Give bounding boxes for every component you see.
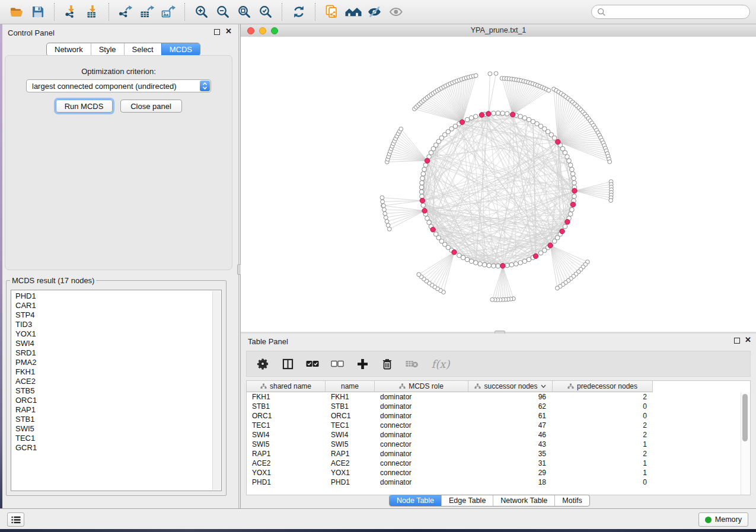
graph-node[interactable] <box>570 207 575 212</box>
graph-satellite-node[interactable] <box>556 286 560 290</box>
network-titlebar[interactable]: YPA_prune.txt_1 <box>241 24 756 37</box>
graph-satellite-node[interactable] <box>490 297 495 302</box>
graph-node[interactable] <box>478 262 483 267</box>
delete-column-button[interactable] <box>381 357 394 370</box>
graph-hub-node[interactable] <box>452 249 457 254</box>
graph-node[interactable] <box>522 259 527 264</box>
table-row[interactable]: ORC1ORC1dominator610 <box>247 411 750 421</box>
network-from-selection-button[interactable] <box>321 2 343 22</box>
mcds-result-item[interactable]: RAP1 <box>15 405 221 415</box>
column-header-predecessor-nodes[interactable]: predecessor nodes <box>553 381 653 392</box>
graph-satellite-node[interactable] <box>386 223 390 227</box>
zoom-in-button[interactable] <box>191 2 212 22</box>
graph-hub-node[interactable] <box>565 219 570 224</box>
graph-node[interactable] <box>422 167 427 172</box>
network-graph[interactable] <box>241 37 756 332</box>
graph-node[interactable] <box>552 136 557 140</box>
graph-satellite-node[interactable] <box>387 227 391 231</box>
graph-node[interactable] <box>419 190 424 194</box>
tab-select[interactable]: Select <box>124 43 161 56</box>
memory-button[interactable]: Memory <box>698 512 748 527</box>
graph-node[interactable] <box>482 262 487 267</box>
table-row[interactable]: SWI5SWI5connector431 <box>247 440 750 449</box>
graph-hub-node[interactable] <box>572 188 577 193</box>
mcds-result-item[interactable]: FKH1 <box>15 367 221 377</box>
graph-node[interactable] <box>487 263 492 268</box>
table-scrollbar[interactable] <box>741 392 750 495</box>
column-header-name[interactable]: name <box>326 381 375 392</box>
export-image-button[interactable] <box>158 2 179 22</box>
graph-node[interactable] <box>567 159 572 164</box>
graph-hub-node[interactable] <box>460 120 464 124</box>
run-mcds-button[interactable]: Run MCDS <box>56 100 113 113</box>
mcds-result-item[interactable]: PMA2 <box>15 358 221 367</box>
graph-hub-node[interactable] <box>479 113 484 117</box>
mcds-result-item[interactable]: SWI4 <box>15 339 221 348</box>
graph-satellite-node[interactable] <box>399 127 403 131</box>
import-network-button[interactable] <box>60 2 82 22</box>
column-header-shared-name[interactable]: shared name <box>247 381 326 392</box>
maximize-window-icon[interactable] <box>271 27 278 34</box>
graph-hub-node[interactable] <box>420 198 425 203</box>
graph-node[interactable] <box>505 263 509 268</box>
network-canvas[interactable] <box>241 37 756 332</box>
mcds-result-item[interactable]: STB1 <box>15 415 221 424</box>
close-panel-button[interactable]: Close panel <box>120 100 182 113</box>
mcds-result-item[interactable]: CAR1 <box>15 301 221 310</box>
graph-satellite-node[interactable] <box>384 216 388 220</box>
graph-node[interactable] <box>425 216 430 221</box>
graph-node[interactable] <box>522 116 527 120</box>
table-row[interactable]: YOX1YOX1connector291 <box>247 468 750 477</box>
graph-node[interactable] <box>572 176 576 181</box>
graph-satellite-node[interactable] <box>609 198 613 203</box>
float-panel-icon[interactable] <box>214 29 220 35</box>
graph-node[interactable] <box>570 167 575 172</box>
graph-node[interactable] <box>492 111 496 116</box>
mcds-result-item[interactable]: STP4 <box>15 310 221 320</box>
tab-network[interactable]: Network <box>47 43 91 56</box>
show-all-button[interactable] <box>385 2 407 22</box>
graph-hub-node[interactable] <box>425 158 429 163</box>
column-header-successor-nodes[interactable]: successor nodes <box>468 381 553 392</box>
graph-node[interactable] <box>565 155 570 159</box>
graph-node[interactable] <box>420 176 425 181</box>
graph-node[interactable] <box>465 117 470 122</box>
table-row[interactable]: STB1STB1dominator620 <box>247 402 750 411</box>
graph-node[interactable] <box>509 262 514 267</box>
table-options-button[interactable] <box>256 357 269 370</box>
criterion-dropdown[interactable]: largest connected component (undirected) <box>26 79 211 92</box>
mcds-result-item[interactable]: GCR1 <box>15 443 221 453</box>
graph-node[interactable] <box>527 257 531 262</box>
graph-node[interactable] <box>572 194 577 199</box>
graph-hub-node[interactable] <box>486 111 491 116</box>
delete-table-button[interactable] <box>406 357 419 370</box>
mcds-result-item[interactable]: TEC1 <box>15 434 221 443</box>
close-panel-icon[interactable]: ✕ <box>225 27 232 36</box>
graph-node[interactable] <box>433 232 438 236</box>
graph-node[interactable] <box>518 261 523 265</box>
deselect-all-rows-button[interactable] <box>331 357 344 370</box>
mcds-result-item[interactable]: TID3 <box>15 320 221 329</box>
tab-style[interactable]: Style <box>91 43 124 56</box>
graph-hub-node[interactable] <box>560 229 564 233</box>
mcds-result-item[interactable]: SRD1 <box>15 348 221 358</box>
save-session-button[interactable] <box>27 2 49 22</box>
graph-node[interactable] <box>496 264 500 268</box>
graph-node[interactable] <box>500 111 505 116</box>
mcds-result-item[interactable]: PHD1 <box>15 291 221 301</box>
task-history-button[interactable] <box>7 512 24 527</box>
graph-hub-node[interactable] <box>422 209 427 213</box>
graph-node[interactable] <box>420 181 425 185</box>
tab-motifs[interactable]: Motifs <box>554 495 589 506</box>
graph-node[interactable] <box>474 114 479 119</box>
show-columns-button[interactable] <box>281 357 294 370</box>
graph-hub-node[interactable] <box>570 202 575 207</box>
mcds-result-item[interactable]: SWI5 <box>15 424 221 434</box>
graph-satellite-node[interactable] <box>547 88 551 92</box>
mcds-result-item[interactable]: ORC1 <box>15 396 221 405</box>
tab-edge-table[interactable]: Edge Table <box>441 495 493 506</box>
graph-node[interactable] <box>518 114 523 119</box>
table-row[interactable]: TEC1TEC1connector472 <box>247 421 750 430</box>
graph-node[interactable] <box>423 163 428 168</box>
list-scrollbar[interactable] <box>212 291 221 490</box>
